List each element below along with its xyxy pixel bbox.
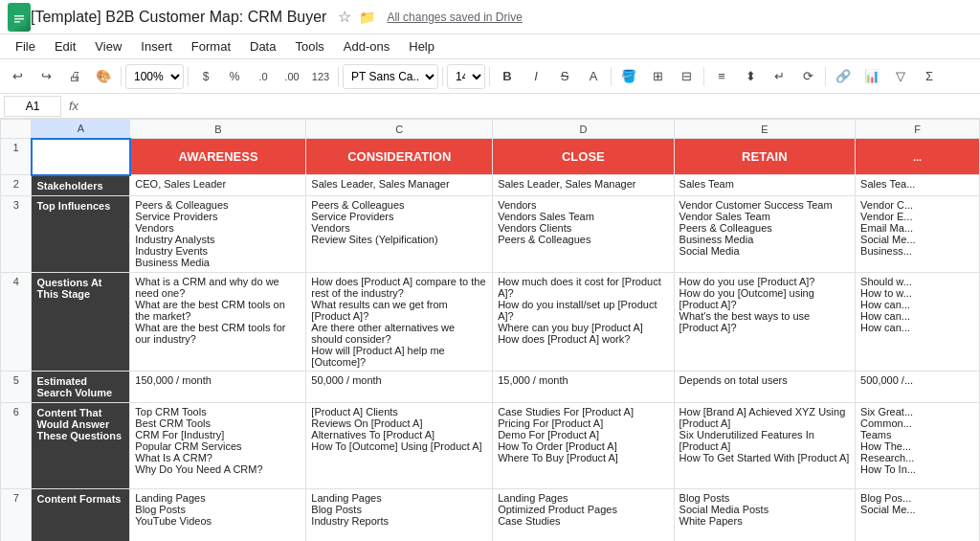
corner-header <box>1 120 32 139</box>
menu-view[interactable]: View <box>87 37 129 56</box>
function-button[interactable]: Σ <box>916 63 943 90</box>
borders-button[interactable]: ⊞ <box>644 63 671 90</box>
link-button[interactable]: 🔗 <box>830 63 857 90</box>
cell-a7[interactable]: Content Formats <box>32 488 130 541</box>
cell-f7[interactable]: Blog Pos... Social Me... <box>856 488 980 541</box>
cell-d4[interactable]: How much does it cost for [Product A]? H… <box>493 272 674 371</box>
sheets-logo <box>8 3 31 32</box>
col-header-a[interactable]: A <box>32 120 130 139</box>
merge-button[interactable]: ⊟ <box>673 63 700 90</box>
autosave-status: All changes saved in Drive <box>387 11 522 24</box>
cell-b2[interactable]: CEO, Sales Leader <box>130 175 306 196</box>
star-icon[interactable]: ☆ <box>338 8 351 26</box>
col-header-b[interactable]: B <box>130 120 306 139</box>
cell-d1-close[interactable]: CLOSE <box>493 139 674 175</box>
print-button[interactable]: 🖨 <box>61 63 88 90</box>
menu-bar: File Edit View Insert Format Data Tools … <box>0 34 980 59</box>
cell-e7[interactable]: Blog Posts Social Media Posts White Pape… <box>674 488 855 541</box>
cell-a6[interactable]: Content That Would Answer These Question… <box>32 402 130 488</box>
cell-c5[interactable]: 50,000 / month <box>306 371 493 402</box>
formula-input[interactable] <box>86 96 976 117</box>
cell-e3[interactable]: Vendor Customer Success Team Vendor Sale… <box>674 195 855 272</box>
cell-b1-awareness[interactable]: AWARENESS <box>130 139 306 175</box>
menu-insert[interactable]: Insert <box>133 37 180 56</box>
chart-button[interactable]: 📊 <box>858 63 885 90</box>
cell-b6[interactable]: Top CRM Tools Best CRM Tools CRM For [In… <box>130 402 306 488</box>
menu-format[interactable]: Format <box>184 37 238 56</box>
cell-a4[interactable]: Questions At This Stage <box>32 272 130 371</box>
fill-color-button[interactable]: 🪣 <box>615 63 642 90</box>
cell-a2[interactable]: Stakeholders <box>32 175 130 196</box>
row-header-5[interactable]: 5 <box>1 371 32 402</box>
row-header-4[interactable]: 4 <box>1 272 32 371</box>
cell-f2[interactable]: Sales Tea... <box>856 175 980 196</box>
zoom-select[interactable]: 100% <box>125 64 184 89</box>
folder-icon[interactable]: 📁 <box>359 10 375 25</box>
cell-f3[interactable]: Vendor C... Vendor E... Email Ma... Soci… <box>856 195 980 272</box>
menu-tools[interactable]: Tools <box>287 37 331 56</box>
cell-d5[interactable]: 15,000 / month <box>493 371 674 402</box>
row-header-2[interactable]: 2 <box>1 175 32 196</box>
undo-button[interactable]: ↩ <box>4 63 31 90</box>
italic-button[interactable]: I <box>523 63 549 90</box>
cell-f4[interactable]: Should w... How to w... How can... How c… <box>856 272 980 371</box>
row-header-3[interactable]: 3 <box>1 195 32 272</box>
cell-a5[interactable]: Estimated Search Volume <box>32 371 130 402</box>
cell-d3[interactable]: Vendors Vendors Sales Team Vendors Clien… <box>493 195 674 272</box>
wrap-button[interactable]: ↵ <box>766 63 792 90</box>
col-header-c[interactable]: C <box>306 120 493 139</box>
toolbar: ↩ ↪ 🖨 🎨 100% $ % .0 .00 123 PT Sans Ca..… <box>0 59 980 94</box>
valign-button[interactable]: ⬍ <box>737 63 764 90</box>
cell-c3[interactable]: Peers & Colleagues Service Providers Ven… <box>306 195 493 272</box>
cell-c1-consideration[interactable]: CONSIDERATION <box>306 139 493 175</box>
row-header-6[interactable]: 6 <box>1 402 32 488</box>
menu-addons[interactable]: Add-ons <box>336 37 397 56</box>
currency-button[interactable]: $ <box>192 63 219 90</box>
cell-f1[interactable]: ... <box>856 139 980 175</box>
menu-help[interactable]: Help <box>401 37 442 56</box>
cell-a3[interactable]: Top Influences <box>32 195 130 272</box>
decimal-increase-button[interactable]: .00 <box>278 63 305 90</box>
cell-e5[interactable]: Depends on total users <box>674 371 855 402</box>
cell-reference-input[interactable] <box>4 96 61 117</box>
cell-b5[interactable]: 150,000 / month <box>130 371 306 402</box>
cell-c6[interactable]: [Product A] Clients Reviews On [Product … <box>306 402 493 488</box>
rotate-button[interactable]: ⟳ <box>794 63 821 90</box>
filter-button[interactable]: ▽ <box>887 63 914 90</box>
cell-e4[interactable]: How do you use [Product A]? How do you [… <box>674 272 855 371</box>
font-select[interactable]: PT Sans Ca... <box>343 64 438 89</box>
menu-edit[interactable]: Edit <box>47 37 83 56</box>
col-header-e[interactable]: E <box>674 120 855 139</box>
cell-b3[interactable]: Peers & Colleagues Service Providers Ven… <box>130 195 306 272</box>
col-header-f[interactable]: F <box>856 120 980 139</box>
decimal-decrease-button[interactable]: .0 <box>250 63 277 90</box>
format-number-button[interactable]: 123 <box>307 63 334 90</box>
cell-d6[interactable]: Case Studies For [Product A] Pricing For… <box>493 402 674 488</box>
row-header-1[interactable]: 1 <box>1 139 32 175</box>
cell-a1[interactable] <box>32 139 130 175</box>
font-size-select[interactable]: 14 <box>447 64 485 89</box>
cell-f5[interactable]: 500,000 /... <box>856 371 980 402</box>
menu-file[interactable]: File <box>8 37 43 56</box>
cell-f6[interactable]: Six Great... Common... Teams How The... … <box>856 402 980 488</box>
percent-button[interactable]: % <box>221 63 248 90</box>
strikethrough-button[interactable]: S <box>551 63 578 90</box>
menu-data[interactable]: Data <box>242 37 283 56</box>
cell-d2[interactable]: Sales Leader, Sales Manager <box>493 175 674 196</box>
cell-c7[interactable]: Landing Pages Blog Posts Industry Report… <box>306 488 493 541</box>
text-color-button[interactable]: A <box>580 63 607 90</box>
paint-format-button[interactable]: 🎨 <box>90 63 117 90</box>
row-header-7[interactable]: 7 <box>1 488 32 541</box>
cell-b4[interactable]: What is a CRM and why do we need one? Wh… <box>130 272 306 371</box>
cell-e2[interactable]: Sales Team <box>674 175 855 196</box>
cell-c2[interactable]: Sales Leader, Sales Manager <box>306 175 493 196</box>
cell-e6[interactable]: How [Brand A] Achieved XYZ Using [Produc… <box>674 402 855 488</box>
redo-button[interactable]: ↪ <box>33 63 59 90</box>
cell-e1-retain[interactable]: RETAIN <box>674 139 855 175</box>
align-button[interactable]: ≡ <box>708 63 735 90</box>
cell-d7[interactable]: Landing Pages Optimized Product Pages Ca… <box>493 488 674 541</box>
cell-c4[interactable]: How does [Product A] compare to the rest… <box>306 272 493 371</box>
col-header-d[interactable]: D <box>493 120 674 139</box>
bold-button[interactable]: B <box>494 63 521 90</box>
cell-b7[interactable]: Landing Pages Blog Posts YouTube Videos <box>130 488 306 541</box>
